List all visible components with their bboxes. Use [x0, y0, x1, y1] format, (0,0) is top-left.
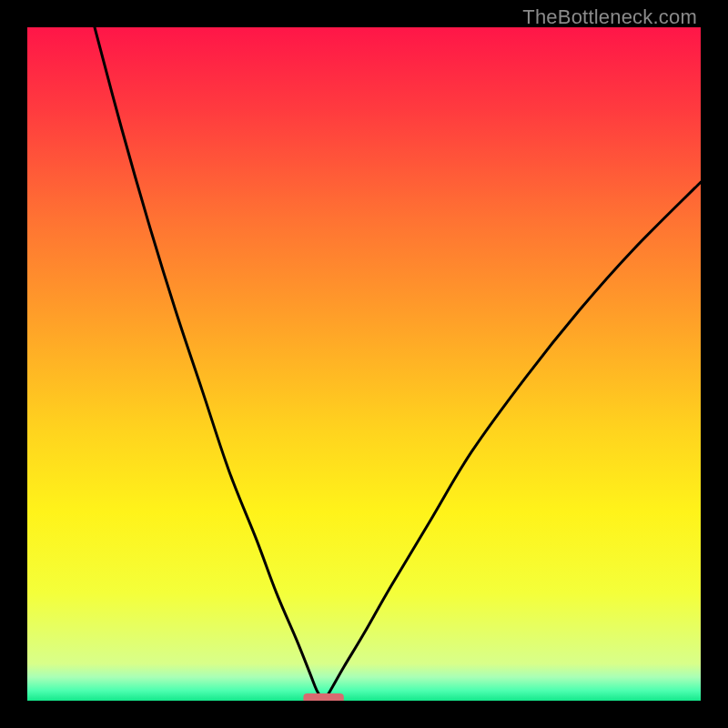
watermark-text: TheBottleneck.com — [522, 5, 697, 29]
chart-svg — [27, 27, 701, 701]
cusp-marker — [303, 693, 343, 701]
chart-frame — [27, 27, 701, 701]
chart-background — [27, 27, 701, 701]
